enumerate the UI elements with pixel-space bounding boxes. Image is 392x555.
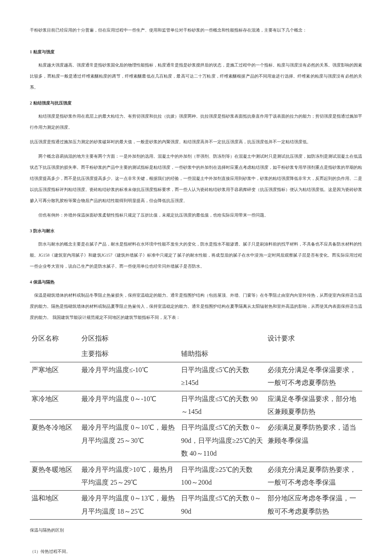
cell-name: 寒冷地区 — [30, 391, 80, 420]
section-2-paragraph-1: 粘结强度是指砂浆作用在底层上的最大粘结力。有剪切强度和抗拉（抗拔）强度两种。抗拉… — [30, 111, 362, 133]
header-name: 分区名称 — [30, 331, 80, 362]
section-3-heading: 3 防水与耐水 — [30, 227, 362, 235]
cell-aux: 日平均温度≤5℃的天数 90～145d — [179, 391, 266, 420]
header-indicator: 分区指标 — [80, 331, 266, 346]
table-row: 夏热冬冷地区 最冷月平均温度 0～10℃，最热月平均温度 25～30℃ 日平均温… — [30, 420, 362, 462]
cell-main: 最冷月平均温度 0～13℃，最热月平均温度 18～25℃ — [80, 491, 179, 520]
table-row: 寒冷地区 最冷月平均温度 0～-10℃ 日平均温度≤5℃的天数 90～145d … — [30, 391, 362, 420]
cell-req: 部分地区应考虑冬季保温，一般可不考虑夏季防热 — [266, 491, 362, 520]
table-row: 夏热冬暖地区 最冷月平均温度>10℃，最热月平均温度 25～29℃ 日平均温度≥… — [30, 462, 362, 491]
end-paragraph-1: （1）传热过程不同。 — [30, 546, 362, 555]
cell-name: 严寒地区 — [30, 362, 80, 391]
header-req: 设计要求 — [266, 331, 362, 362]
table-row: 严寒地区 最冷月平均温度≤-10℃ 日平均温度≤5℃的天数≥145d 必须充分满… — [30, 362, 362, 391]
section-2-paragraph-4: 但也有例外：外墙外保温抹面砂浆柔韧性指标只规定了压折比值，未规定抗压强度的最低值… — [30, 210, 362, 221]
cell-main: 最冷月平均温度≤-10℃ — [80, 362, 179, 391]
cell-name: 夏热冬冷地区 — [30, 420, 80, 462]
section-2-heading: 2 粘结强度与抗压强度 — [30, 99, 362, 107]
cell-aux: 日平均温度≤5℃的天数≥145d — [179, 362, 266, 391]
cell-req: 应满足冬季保温要求，部分地区兼顾夏季防热 — [266, 391, 362, 420]
climate-zone-table: 分区名称 分区指标 设计要求 主要指标 辅助指标 严寒地区 最冷月平均温度≤-1… — [30, 331, 362, 520]
table-header-row-1: 分区名称 分区指标 设计要求 — [30, 331, 362, 346]
section-2-paragraph-3: 两个概念容易搞混的地方主要有两个方面：一是外加剂的选用。混凝土中的外加剂（早强剂… — [30, 151, 362, 206]
section-1-paragraph: 粘度越大强度越高。强度通常是指砂浆固化后的物理性能指标，粘度通常是指是砂浆搅拌后… — [30, 60, 362, 93]
table-note: 保温与隔热的区别 — [30, 527, 362, 533]
section-4-paragraph: 保温是砌筑墙体的材料或制品冬季阻止热量损失，保持室温稳定的能力。通常是指围护结构… — [30, 290, 362, 323]
cell-name: 温和地区 — [30, 491, 80, 520]
cell-main: 最冷月平均温度 0～10℃，最热月平均温度 25～30℃ — [80, 420, 179, 462]
header-main: 主要指标 — [80, 346, 179, 362]
cell-aux: 日平均温度≤5℃的天数 0～90d — [179, 491, 266, 520]
cell-req: 必须充分满足夏季防热要求，一般可不考虑冬季保温 — [266, 462, 362, 491]
cell-aux: 日平均温度≤5℃的天数 0～90d，日平均温度≥25℃的天数 40～110d — [179, 420, 266, 462]
cell-req: 必须充分满足冬季保温要求，一般可不考虑夏季防热 — [266, 362, 362, 391]
cell-name: 夏热冬暖地区 — [30, 462, 80, 491]
cell-req: 必须满足夏季防热要求，适当兼顾冬季保温 — [266, 420, 362, 462]
section-2-paragraph-2: 抗压强度是指通过施加压力测定的砂浆破坏时的最大值，一般是砂浆的内聚强度。粘结强度… — [30, 136, 362, 147]
cell-aux: 日平均温度≥25℃的天数 100～200d — [179, 462, 266, 491]
table-row: 温和地区 最冷月平均温度 0～13℃，最热月平均温度 18～25℃ 日平均温度≤… — [30, 491, 362, 520]
cell-main: 最冷月平均温度>10℃，最热月平均温度 25～29℃ — [80, 462, 179, 491]
header-aux: 辅助指标 — [179, 346, 266, 362]
section-3-paragraph: 防水与耐水的概念主要是在腻子产品，耐水是指材料在水环境中性能不发生大的变化，防水… — [30, 239, 362, 272]
cell-main: 最冷月平均温度 0～-10℃ — [80, 391, 179, 420]
section-4-heading: 4 保温与隔热 — [30, 278, 362, 286]
section-1-heading: 1 粘度与强度 — [30, 48, 362, 56]
intro-paragraph: 干粉砂浆目前已经应用的十分普遍，但在应用过程中一些生产、使用和监管单位对干粉砂浆… — [30, 26, 362, 35]
